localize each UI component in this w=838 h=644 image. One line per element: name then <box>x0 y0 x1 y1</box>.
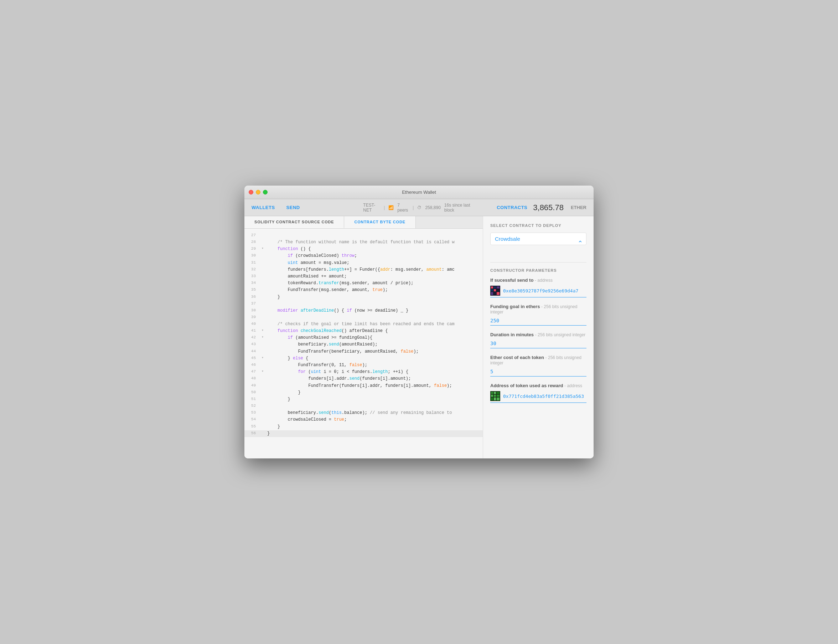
param-label-4: Ether cost of each token - 256 bits unsi… <box>490 355 587 365</box>
code-line: 35 FundTransfer(msg.sender, amount, true… <box>245 287 483 294</box>
param-block-duration: Duration in minutes - 256 bits unsigned … <box>490 332 587 348</box>
address-value-1: 0xe8e30592787f9e9256e69d4a7 <box>503 288 578 294</box>
tab-bytecode-label: CONTRACT BYTE CODE <box>354 220 405 224</box>
svg-rect-4 <box>491 289 493 291</box>
param-block-address2: Address of token used as reward - addres… <box>490 383 587 403</box>
code-line: 49 FundTransfer(funders[i].addr, funders… <box>245 383 483 389</box>
code-line: 48 funders[i].addr.send(funders[i].amoun… <box>245 375 483 382</box>
contract-select[interactable]: Crowdsale <box>490 233 587 245</box>
code-line: 50 } <box>245 389 483 396</box>
param-label-1: If sucessful send to - address <box>490 278 587 283</box>
code-line: 36 } <box>245 294 483 301</box>
navbar: WALLETS SEND TEST-NET | 📶 7 peers | ⏱ 25… <box>245 199 593 216</box>
code-area[interactable]: 27 28 /* The function without name is th… <box>245 229 483 458</box>
nav-contracts[interactable]: CONTRACTS <box>497 205 527 210</box>
tab-solidity[interactable]: SOLIDITY CONTRACT SOURCE CODE <box>245 216 344 228</box>
svg-rect-9 <box>497 292 500 295</box>
main-content: SOLIDITY CONTRACT SOURCE CODE CONTRACT B… <box>245 216 593 458</box>
code-line: 29 ▾ function () { <box>245 246 483 253</box>
address-input-1[interactable]: 0xe8e30592787f9e9256e69d4a7 <box>490 286 587 297</box>
code-line: 33 amountRaised += amount; <box>245 273 483 280</box>
wifi-icon: 📶 <box>388 205 394 210</box>
svg-rect-2 <box>494 286 496 289</box>
number-value-2: 250 <box>490 318 499 324</box>
identicon-icon-1 <box>490 286 500 296</box>
block-label: 258,890 <box>425 205 440 210</box>
balance-unit: ETHER <box>571 205 587 210</box>
code-line: 53 beneficiary.send(this.balance); // se… <box>245 410 483 416</box>
code-line: 42 ▾ if (amountRaised >= fundingGoal){ <box>245 335 483 341</box>
svg-rect-14 <box>491 395 493 397</box>
param-block-ether-cost: Ether cost of each token - 256 bits unsi… <box>490 355 587 376</box>
svg-rect-15 <box>494 395 496 397</box>
code-line: 45 ▾ } else { <box>245 355 483 362</box>
code-line: 47 ▾ for (uint i = 0; i < funders.length… <box>245 369 483 375</box>
tab-bytecode[interactable]: CONTRACT BYTE CODE <box>344 216 416 228</box>
constructor-title: CONSTRUCTOR PARAMETERS <box>490 268 587 273</box>
titlebar: Ethereum Wallet <box>245 186 593 199</box>
minimize-button[interactable] <box>256 190 260 194</box>
svg-rect-13 <box>497 392 500 394</box>
code-line: 27 <box>245 232 483 239</box>
traffic-lights <box>249 190 268 194</box>
svg-rect-12 <box>494 392 496 394</box>
number-input-2[interactable]: 250 <box>490 317 587 325</box>
number-input-4[interactable]: 5 <box>490 368 587 376</box>
svg-rect-7 <box>491 292 493 295</box>
address-input-2[interactable]: 0x771fcd4eb83a5f0ff21d385a563 <box>490 391 587 403</box>
svg-rect-19 <box>497 398 500 400</box>
nav-right: CONTRACTS 3,865.78 ETHER <box>475 203 587 212</box>
sep2: | <box>412 205 414 210</box>
code-line: 31 uint amount = msg.value; <box>245 260 483 266</box>
number-value-3: 30 <box>490 340 496 346</box>
nav-center: TEST-NET | 📶 7 peers | ⏱ 258,890 16s sin… <box>363 203 475 213</box>
sep1: | <box>384 205 385 210</box>
code-line: 44 FundTransfer(beneficiary, amountRaise… <box>245 348 483 355</box>
svg-rect-16 <box>497 395 500 397</box>
svg-rect-1 <box>491 286 493 289</box>
right-panel: SELECT CONTRACT TO DEPLOY Crowdsale ⌃ CO… <box>483 216 593 458</box>
svg-rect-5 <box>494 289 496 291</box>
clock-icon: ⏱ <box>417 205 422 210</box>
code-line: 32 funders[funders.length++] = Funder({a… <box>245 266 483 273</box>
code-line: 52 <box>245 403 483 410</box>
code-line: 38 modifier afterDeadline() { if (now >=… <box>245 307 483 314</box>
nav-wallets[interactable]: WALLETS <box>251 205 275 210</box>
app-window: Ethereum Wallet WALLETS SEND TEST-NET | … <box>245 186 593 458</box>
code-line: 39 <box>245 314 483 321</box>
balance-value: 3,865.78 <box>533 203 564 212</box>
contract-select-wrapper: Crowdsale ⌃ <box>490 233 587 254</box>
select-contract-title: SELECT CONTRACT TO DEPLOY <box>490 223 587 228</box>
address-value-2: 0x771fcd4eb83a5f0ff21d385a563 <box>503 394 584 399</box>
code-line: 51 } <box>245 396 483 403</box>
nav-left: WALLETS SEND <box>251 205 363 210</box>
param-label-3: Duration in minutes - 256 bits unsigned … <box>490 332 587 337</box>
tabs: SOLIDITY CONTRACT SOURCE CODE CONTRACT B… <box>245 216 483 229</box>
code-line: 56 } <box>245 430 483 437</box>
number-input-3[interactable]: 30 <box>490 340 587 348</box>
svg-rect-6 <box>497 289 500 291</box>
code-line: 46 FundTransfer(0, 11, false); <box>245 362 483 369</box>
code-line: 54 crowdsaleClosed = true; <box>245 416 483 423</box>
maximize-button[interactable] <box>263 190 268 194</box>
number-value-4: 5 <box>490 369 493 375</box>
svg-rect-11 <box>491 392 493 394</box>
code-line: 30 if (crowdsaleClosed) throw; <box>245 253 483 259</box>
nav-send[interactable]: SEND <box>286 205 300 210</box>
network-label: TEST-NET <box>363 203 380 213</box>
svg-rect-8 <box>494 292 496 295</box>
divider <box>490 262 587 263</box>
code-line: 34 tokenReward.transfer(msg.sender, amou… <box>245 280 483 287</box>
param-block-address1: If sucessful send to - address <box>490 278 587 297</box>
param-type-5: - address <box>564 383 582 388</box>
param-block-funding-goal: Funding goal in ethers - 256 bits unsign… <box>490 304 587 325</box>
code-line: 37 <box>245 301 483 307</box>
code-panel: SOLIDITY CONTRACT SOURCE CODE CONTRACT B… <box>245 216 483 458</box>
code-line: 28 /* The function without name is the d… <box>245 239 483 246</box>
peers-label: 7 peers <box>397 203 409 213</box>
close-button[interactable] <box>249 190 253 194</box>
param-label-5: Address of token used as reward - addres… <box>490 383 587 388</box>
param-label-2: Funding goal in ethers - 256 bits unsign… <box>490 304 587 314</box>
code-line: 41 ▾ function checkGoalReached() afterDe… <box>245 328 483 335</box>
param-type-3: - 256 bits unsigned integer <box>535 332 585 337</box>
